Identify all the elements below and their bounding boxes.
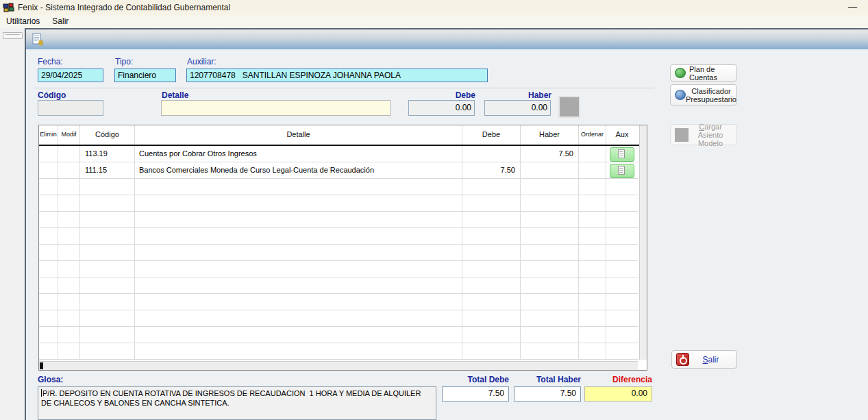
salir-button-label: Salir (689, 355, 732, 365)
add-entry-button[interactable] (558, 96, 580, 118)
column-header-modif: Modif (58, 125, 80, 145)
cell-detalle (135, 327, 462, 343)
table-row-empty (39, 277, 647, 294)
column-header-ordenar: Ordenar (579, 125, 606, 145)
cell-ordenar (579, 343, 606, 360)
cell-código (80, 294, 135, 310)
cell-elimin (39, 212, 58, 228)
table-row-empty (39, 261, 647, 277)
panel-grip[interactable] (3, 32, 23, 39)
cell-elimin (39, 294, 58, 310)
cell-detalle (135, 310, 462, 327)
cell-modif (58, 294, 80, 310)
fecha-input[interactable]: 29/04/2025 (38, 69, 103, 82)
column-header-código: Código (80, 125, 135, 145)
horizontal-scrollbar-thumb[interactable] (40, 362, 43, 369)
clasificador-label: Clasificador Presupuestario (686, 87, 736, 103)
detalle-input[interactable] (161, 100, 390, 116)
horizontal-scrollbar[interactable] (39, 361, 638, 370)
glosa-textarea[interactable]: P/R. DEPOSITO EN CUENTA ROTATIVA DE INGR… (38, 386, 436, 420)
clasificador-presupuestario-button[interactable]: Clasificador Presupuestario (670, 84, 737, 106)
document-icon (618, 166, 625, 175)
table-row[interactable]: 113.19Cuentas por Cobrar Otros Ingresos7… (39, 146, 647, 162)
cell-detalle (135, 179, 462, 195)
cell-modif (58, 261, 80, 277)
cell-debe (462, 245, 521, 261)
cell-código (80, 179, 135, 195)
vertical-scrollbar[interactable] (639, 125, 647, 360)
cell-ordenar (579, 245, 606, 261)
app-icon (3, 3, 14, 13)
cell-ordenar (579, 146, 606, 162)
haber-input[interactable]: 0.00 (484, 100, 551, 116)
cell-código (80, 212, 135, 228)
auxiliar-label: Auxiliar: (187, 57, 216, 66)
detalle-label: Detalle (162, 90, 188, 100)
cell-elimin (39, 179, 58, 195)
cell-aux (606, 310, 638, 327)
cell-detalle: Bancos Comerciales Moneda de Curso Legal… (135, 162, 462, 179)
cell-haber (521, 277, 579, 294)
plan-de-cuentas-button[interactable]: Plan de Cuentas (670, 64, 737, 82)
cell-debe (462, 179, 521, 195)
cell-modif (58, 310, 80, 327)
cell-aux (606, 327, 638, 343)
cell-haber (521, 343, 579, 360)
aux-button[interactable] (610, 147, 634, 162)
cell-código (80, 228, 135, 245)
cell-ordenar (579, 277, 606, 294)
cell-detalle (135, 261, 462, 277)
total-debe-field: 7.50 (442, 386, 509, 402)
cell-código (80, 327, 135, 343)
gray-square-icon (675, 128, 689, 142)
cell-detalle (135, 294, 462, 310)
cell-haber (521, 294, 579, 310)
aux-button[interactable] (610, 164, 634, 178)
cell-código (80, 195, 135, 212)
title-bar: Fenix - Sistema Integrado de Contabilida… (0, 0, 868, 16)
cell-detalle (135, 343, 462, 360)
cell-debe (462, 195, 521, 212)
cell-ordenar (579, 228, 606, 245)
cell-modif (58, 277, 80, 294)
cargar-asiento-label-line2: Modelo (689, 139, 732, 147)
cell-elimin (39, 245, 58, 261)
table-row-empty (39, 195, 647, 212)
new-entry-document-icon[interactable] (32, 33, 45, 46)
cell-ordenar (579, 162, 606, 179)
cell-modif (58, 212, 80, 228)
cell-ordenar (579, 179, 606, 195)
menu-utilitarios[interactable]: Utilitarios (0, 15, 46, 28)
cell-elimin (39, 146, 58, 162)
cell-aux (606, 179, 638, 195)
diferencia-label: Diferencia (584, 375, 652, 384)
cell-ordenar (579, 310, 606, 327)
cargar-asiento-modelo-button[interactable]: Cargar Asiento Modelo (670, 124, 737, 145)
minimize-button[interactable]: — (848, 0, 857, 14)
column-header-haber: Haber (521, 125, 579, 145)
cargar-asiento-label: Cargar Asiento Modelo (689, 123, 732, 147)
column-header-aux: Aux (606, 125, 638, 145)
total-haber-label: Total Haber (514, 375, 581, 384)
cell-debe (462, 228, 521, 245)
codigo-input[interactable] (38, 100, 103, 116)
toolbar (26, 29, 868, 49)
entry-form: Fecha: Tipo: Auxiliar: 29/04/2025 Financ… (26, 49, 868, 420)
cell-aux (606, 162, 638, 179)
table-row-empty (39, 212, 647, 228)
cell-debe (462, 310, 521, 327)
tipo-input[interactable]: Financiero (114, 69, 176, 82)
debe-input[interactable]: 0.00 (408, 100, 475, 116)
table-row[interactable]: 111.15Bancos Comerciales Moneda de Curso… (39, 162, 647, 179)
salir-button[interactable]: Salir (671, 350, 737, 369)
codigo-label: Código (38, 90, 66, 100)
menu-salir[interactable]: Salir (46, 15, 75, 28)
cell-debe (462, 294, 521, 310)
auxiliar-input[interactable]: 1207708478 SANTILLAN ESPINOZA JOHANNA PA… (186, 69, 488, 82)
cell-debe (462, 327, 521, 343)
cell-detalle (135, 245, 462, 261)
cell-ordenar (579, 195, 606, 212)
table-row-empty (39, 228, 647, 245)
cell-aux (606, 245, 638, 261)
cell-elimin (39, 162, 58, 179)
